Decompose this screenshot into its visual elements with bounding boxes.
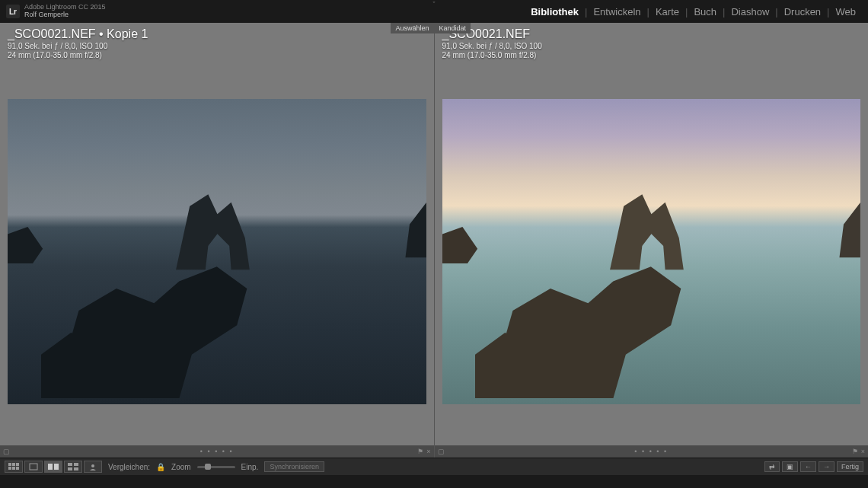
done-button[interactable]: Fertig (837, 461, 863, 472)
rock-foreground (41, 252, 292, 398)
candidate-photo (442, 99, 861, 404)
svg-rect-0 (8, 463, 11, 466)
svg-rect-3 (8, 467, 11, 470)
module-print[interactable]: Drucken (778, 6, 827, 18)
module-slideshow[interactable]: Diashow (725, 6, 775, 18)
module-picker: Bibliothek| Entwickeln| Karte| Buch| Dia… (525, 6, 862, 18)
select-exposure: 91,0 Sek. bei ƒ / 8,0, ISO 100 (8, 42, 148, 50)
next-button[interactable]: → (819, 461, 834, 472)
select-image-area[interactable] (0, 23, 434, 458)
module-develop[interactable]: Entwickeln (587, 6, 646, 18)
svg-rect-12 (74, 467, 78, 470)
loupe-view-button[interactable] (24, 461, 43, 473)
fit-label: Einp. (241, 463, 259, 471)
lock-icon[interactable]: 🔒 (156, 463, 165, 471)
select-flag-icon[interactable]: ⚑ (417, 448, 423, 455)
select-info-overlay: _SCO0021.NEF • Kopie 1 91,0 Sek. bei ƒ /… (8, 27, 148, 59)
app-identity: Lr Adobe Lightroom CC 2015 Rolf Gemperle (6, 4, 106, 19)
select-footer: ▢ • • • • • ⚑ × (0, 445, 434, 458)
zoom-label: Zoom (171, 463, 191, 471)
candidate-rating[interactable]: • • • • • (634, 448, 668, 455)
svg-rect-11 (68, 467, 72, 470)
svg-rect-10 (74, 463, 78, 466)
module-map[interactable]: Karte (649, 6, 685, 18)
candidate-tag: Kandidat (435, 23, 471, 33)
compare-view-button[interactable] (44, 461, 62, 473)
zoom-slider[interactable] (197, 466, 235, 468)
svg-rect-7 (48, 464, 53, 470)
lightroom-logo-icon: Lr (6, 5, 20, 18)
svg-rect-8 (54, 464, 59, 470)
swap-button[interactable]: ⇄ (764, 461, 780, 472)
compare-label: Vergleichen: (108, 463, 150, 471)
module-book[interactable]: Buch (688, 6, 723, 18)
toolbar: Vergleichen: 🔒 Zoom Einp. Synchronisiere… (0, 458, 868, 475)
svg-rect-1 (12, 463, 15, 466)
candidate-lens: 24 mm (17.0-35.0 mm f/2.8) (442, 51, 542, 59)
select-tag: Auswählen (391, 23, 433, 33)
select-photo (8, 99, 426, 404)
candidate-flag-icon[interactable]: ⚑ (852, 448, 858, 455)
candidate-footer: ▢ • • • • • ⚑ × (435, 445, 869, 458)
compare-view: Auswählen _SCO0021.NEF • Kopie 1 91,0 Se… (0, 23, 868, 458)
select-filename: _SCO0021.NEF • Kopie 1 (8, 27, 148, 41)
svg-rect-5 (16, 467, 19, 470)
svg-rect-9 (68, 463, 72, 466)
panel-collapse-handle[interactable] (423, 0, 445, 5)
people-view-button[interactable] (84, 461, 102, 473)
candidate-exposure: 91,0 Sek. bei ƒ / 8,0, ISO 100 (442, 42, 542, 50)
candidate-image-area[interactable] (435, 23, 869, 458)
grid-view-button[interactable] (5, 461, 23, 473)
view-mode-buttons (5, 461, 102, 473)
module-web[interactable]: Web (830, 6, 863, 18)
select-panel: Auswählen _SCO0021.NEF • Kopie 1 91,0 Se… (0, 23, 434, 458)
select-close-icon[interactable]: × (426, 448, 430, 455)
select-lens: 24 mm (17.0-35.0 mm f/2.8) (8, 51, 148, 59)
candidate-close-icon[interactable]: × (861, 448, 865, 455)
prev-button[interactable]: ← (800, 461, 816, 472)
survey-view-button[interactable] (64, 461, 82, 473)
candidate-index-icon: ▢ (438, 448, 445, 455)
svg-rect-6 (30, 464, 37, 470)
make-select-button[interactable]: ▣ (782, 461, 798, 472)
select-index-icon: ▢ (3, 448, 10, 455)
module-library[interactable]: Bibliothek (525, 6, 585, 18)
user-name: Rolf Gemperle (24, 11, 106, 19)
svg-rect-4 (12, 467, 15, 470)
filmstrip-collapsed[interactable] (0, 475, 868, 488)
svg-point-13 (91, 464, 94, 467)
rock-foreground (475, 252, 726, 398)
svg-rect-2 (16, 463, 19, 466)
sync-button[interactable]: Synchronisieren (264, 461, 324, 472)
select-rating[interactable]: • • • • • (200, 448, 234, 455)
rock-side (819, 203, 860, 257)
candidate-panel: Kandidat _SCO0021.NEF 91,0 Sek. bei ƒ / … (434, 23, 869, 458)
title-bar: Lr Adobe Lightroom CC 2015 Rolf Gemperle… (0, 0, 868, 23)
rock-side (385, 203, 426, 257)
compare-nav: ⇄ ▣ ← → Fertig (764, 461, 863, 472)
